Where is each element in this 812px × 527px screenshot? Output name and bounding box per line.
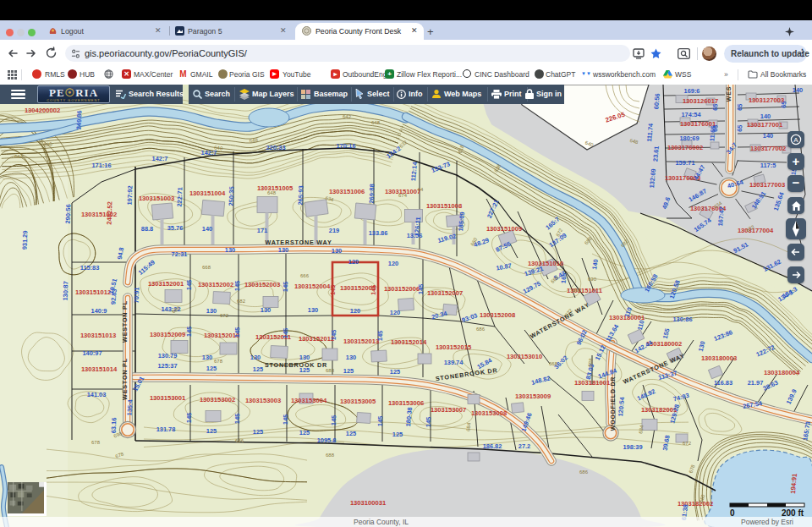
svg-text:27.2: 27.2 xyxy=(518,442,530,450)
svg-text:690: 690 xyxy=(588,277,597,282)
svg-text:1303152006: 1303152006 xyxy=(384,285,420,293)
svg-text:1303177001: 1303177001 xyxy=(747,121,783,129)
svg-text:130: 130 xyxy=(299,354,310,361)
svg-text:145: 145 xyxy=(185,279,194,290)
svg-text:642: 642 xyxy=(343,114,352,119)
svg-text:171:16: 171:16 xyxy=(91,162,111,169)
svg-text:1303152007: 1303152007 xyxy=(427,289,463,297)
svg-text:140: 140 xyxy=(793,86,803,94)
svg-text:WOODFIELD DR: WOODFIELD DR xyxy=(610,376,616,431)
svg-text:169:6: 169:6 xyxy=(684,87,700,95)
svg-text:1303151008: 1303151008 xyxy=(426,202,462,210)
svg-text:1303151003: 1303151003 xyxy=(139,195,174,202)
svg-text:672: 672 xyxy=(220,313,229,318)
svg-text:1303153008: 1303153008 xyxy=(471,409,507,417)
svg-text:130: 130 xyxy=(332,247,342,255)
svg-text:65: 65 xyxy=(736,124,744,132)
svg-text:1303151013: 1303151013 xyxy=(80,332,116,339)
svg-text:92.83: 92.83 xyxy=(109,288,118,305)
svg-text:140: 140 xyxy=(202,225,212,233)
svg-text:644: 644 xyxy=(14,154,24,159)
svg-text:648: 648 xyxy=(267,190,277,195)
svg-text:219: 219 xyxy=(329,227,339,234)
svg-text:117:5: 117:5 xyxy=(760,162,776,169)
svg-text:1303151010: 1303151010 xyxy=(528,260,563,267)
svg-text:130: 130 xyxy=(346,354,356,361)
svg-text:1303153007: 1303153007 xyxy=(431,406,466,414)
svg-text:130: 130 xyxy=(206,307,217,315)
svg-text:684: 684 xyxy=(466,422,472,431)
svg-text:WATERSTONE WAY: WATERSTONE WAY xyxy=(266,239,332,246)
svg-text:1303152015: 1303152015 xyxy=(436,343,472,351)
svg-text:23.61: 23.61 xyxy=(651,145,661,162)
svg-text:65: 65 xyxy=(711,103,720,111)
svg-text:688: 688 xyxy=(326,453,335,458)
svg-text:678: 678 xyxy=(214,359,223,364)
svg-text:130: 130 xyxy=(278,246,288,254)
svg-text:1303153004: 1303153004 xyxy=(291,397,327,404)
svg-text:140:97: 140:97 xyxy=(82,349,102,357)
svg-text:131.78: 131.78 xyxy=(156,425,176,433)
svg-text:648: 648 xyxy=(371,120,381,125)
svg-text:120: 120 xyxy=(388,260,398,267)
svg-text:88.8: 88.8 xyxy=(141,225,153,233)
svg-text:1303151004: 1303151004 xyxy=(189,189,226,197)
svg-text:145: 145 xyxy=(185,326,194,337)
svg-text:180:69: 180:69 xyxy=(679,134,699,142)
svg-text:1303153001: 1303153001 xyxy=(150,394,186,402)
svg-text:72:31: 72:31 xyxy=(172,250,188,258)
svg-text:1303153010: 1303153010 xyxy=(507,353,542,360)
svg-text:STONEBROOK DR: STONEBROOK DR xyxy=(265,361,327,369)
svg-text:130: 130 xyxy=(250,354,261,361)
svg-text:672: 672 xyxy=(683,441,692,446)
svg-text:1303151012: 1303151012 xyxy=(75,288,111,296)
svg-text:1303151006: 1303151006 xyxy=(329,188,365,195)
svg-text:668: 668 xyxy=(549,361,558,366)
svg-text:1303176002: 1303176002 xyxy=(667,144,703,151)
svg-text:145: 145 xyxy=(233,280,242,291)
svg-text:125: 125 xyxy=(346,430,356,437)
svg-text:1303153005: 1303153005 xyxy=(340,398,376,405)
svg-text:1303100031: 1303100031 xyxy=(350,499,387,507)
svg-text:145: 145 xyxy=(233,413,242,424)
svg-text:1303152009: 1303152009 xyxy=(150,331,185,338)
svg-text:133.86: 133.86 xyxy=(369,229,388,237)
svg-text:125: 125 xyxy=(390,368,400,376)
svg-text:1303151014: 1303151014 xyxy=(81,365,118,373)
svg-text:1303177003: 1303177003 xyxy=(749,181,785,189)
svg-text:125: 125 xyxy=(206,365,217,372)
svg-text:1303152013: 1303152013 xyxy=(343,338,379,345)
svg-text:1303153009: 1303153009 xyxy=(515,393,551,400)
svg-text:135:4: 135:4 xyxy=(125,398,134,415)
svg-text:174:54: 174:54 xyxy=(681,111,701,118)
svg-text:140:9: 140:9 xyxy=(91,307,107,315)
svg-text:WESTON PL: WESTON PL xyxy=(121,300,129,343)
svg-text:130:86: 130:86 xyxy=(672,316,692,323)
svg-text:668: 668 xyxy=(573,288,582,293)
svg-text:290:56: 290:56 xyxy=(64,204,73,223)
svg-text:1303152001: 1303152001 xyxy=(148,280,184,288)
svg-text:145: 145 xyxy=(233,327,242,338)
svg-text:686: 686 xyxy=(579,469,589,475)
svg-text:35.76: 35.76 xyxy=(167,224,184,232)
svg-text:159:71: 159:71 xyxy=(675,159,694,167)
svg-text:65: 65 xyxy=(736,103,744,111)
svg-text:682: 682 xyxy=(237,299,246,304)
svg-text:125: 125 xyxy=(299,429,310,436)
svg-text:140: 140 xyxy=(763,132,773,140)
svg-text:1303127003: 1303127003 xyxy=(749,96,784,104)
svg-text:197:92: 197:92 xyxy=(126,185,134,205)
svg-text:186.82: 186.82 xyxy=(483,442,502,450)
svg-text:115:83: 115:83 xyxy=(80,264,100,272)
svg-text:674: 674 xyxy=(398,193,408,198)
svg-text:1303151009: 1303151009 xyxy=(486,225,522,233)
svg-text:125: 125 xyxy=(253,428,263,436)
svg-text:60:56: 60:56 xyxy=(652,93,661,110)
svg-text:145: 145 xyxy=(417,283,425,294)
svg-text:125: 125 xyxy=(392,431,403,438)
svg-text:130: 130 xyxy=(308,306,318,314)
svg-text:145: 145 xyxy=(330,329,338,340)
svg-text:1303152004: 1303152004 xyxy=(294,283,331,290)
svg-text:142:7: 142:7 xyxy=(152,155,168,162)
svg-text:2482.52: 2482.52 xyxy=(106,201,114,225)
